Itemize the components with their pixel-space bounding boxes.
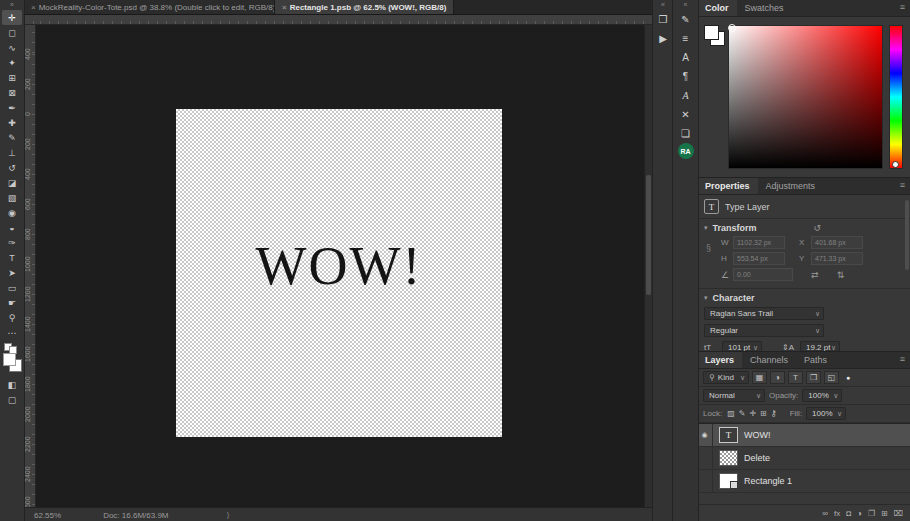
healing-brush-tool[interactable]: ✚ bbox=[2, 115, 22, 130]
document-tab[interactable]: × MockReality-Color-Tote.psd @ 38.8% (Do… bbox=[24, 0, 275, 14]
lock-image-pixels-icon[interactable]: ✎ bbox=[738, 409, 747, 418]
glyphs-panel-icon[interactable]: A bbox=[677, 86, 695, 104]
hand-tool[interactable]: ☛ bbox=[2, 295, 22, 310]
gradient-tool[interactable]: ▧ bbox=[2, 190, 22, 205]
width-field[interactable]: 1102.32 px bbox=[733, 236, 785, 249]
canvas-text-layer[interactable]: WOW! bbox=[256, 235, 423, 297]
panel-tab[interactable]: Color bbox=[697, 0, 737, 16]
panel-menu-icon[interactable]: ≡ bbox=[900, 2, 905, 12]
panel-menu-icon[interactable]: ≡ bbox=[900, 354, 905, 364]
font-size-dropdown[interactable]: 101 pt bbox=[722, 341, 762, 352]
libraries-panel-icon[interactable]: ❏ bbox=[677, 124, 695, 142]
fill-dropdown[interactable]: 100% bbox=[806, 407, 846, 420]
eyedropper-tool[interactable]: ✒ bbox=[2, 100, 22, 115]
panel-tab[interactable]: Channels bbox=[742, 352, 796, 368]
screen-mode-button[interactable]: ▢ bbox=[2, 392, 22, 407]
tool-presets-panel-icon[interactable]: ✕ bbox=[677, 105, 695, 123]
lasso-tool[interactable]: ∿ bbox=[2, 40, 22, 55]
Delete[interactable]: ◉ Delete bbox=[697, 447, 910, 470]
frame-tool[interactable]: ⊠ bbox=[2, 85, 22, 100]
path-select-tool[interactable]: ➤ bbox=[2, 265, 22, 280]
crop-tool[interactable]: ⊞ bbox=[2, 70, 22, 85]
panel-tab[interactable]: Paths bbox=[796, 352, 835, 368]
marquee-tool[interactable]: ◻ bbox=[2, 25, 22, 40]
scrollbar-thumb[interactable] bbox=[646, 175, 651, 295]
new-layer-icon[interactable]: ⊞ bbox=[880, 509, 889, 518]
collapse-strip-icon[interactable]: « bbox=[653, 0, 673, 9]
panel-tab[interactable]: Layers bbox=[697, 352, 742, 368]
filter-adjustment-layers-icon[interactable]: ◑ bbox=[770, 371, 785, 384]
quick-mask-mode-button[interactable]: ◧ bbox=[2, 377, 22, 392]
canvas-pasteboard[interactable]: WOW! bbox=[36, 25, 652, 507]
clone-stamp-tool[interactable]: ⊥ bbox=[2, 145, 22, 160]
font-family-dropdown[interactable]: Raglan Sans Trail bbox=[704, 307, 824, 320]
filter-type-layers-icon[interactable]: T bbox=[788, 371, 803, 384]
blur-tool[interactable]: ◉ bbox=[2, 205, 22, 220]
height-field[interactable]: 553.54 px bbox=[733, 252, 785, 265]
brush-tool[interactable]: ✎ bbox=[2, 130, 22, 145]
lock-position-icon[interactable]: ✛ bbox=[748, 409, 757, 418]
clone-source-panel-icon[interactable]: ≡ bbox=[677, 29, 695, 47]
WOW![interactable]: ◉ T WOW! bbox=[697, 424, 910, 447]
reset-transform-icon[interactable]: ↺ bbox=[814, 223, 822, 233]
document-canvas[interactable]: WOW! bbox=[176, 109, 502, 437]
close-tab-icon[interactable]: × bbox=[31, 3, 36, 12]
visibility-cell[interactable]: ◉ bbox=[697, 447, 713, 469]
filter-pixel-layers-icon[interactable]: ▦ bbox=[752, 371, 767, 384]
collapse-toolbar-icon[interactable]: » bbox=[0, 0, 24, 10]
blend-mode-dropdown[interactable]: Normal bbox=[703, 389, 765, 402]
filter-shape-layers-icon[interactable]: ❒ bbox=[806, 371, 821, 384]
layer-thumbnail[interactable] bbox=[719, 473, 738, 489]
pen-tool[interactable]: ✑ bbox=[2, 235, 22, 250]
history-panel-icon[interactable]: ❐ bbox=[654, 10, 672, 28]
color-picker-handle[interactable] bbox=[728, 24, 736, 32]
Rectangle 1[interactable]: ◉ Rectangle 1 bbox=[697, 470, 910, 493]
layer-group-icon[interactable]: ❐ bbox=[867, 509, 876, 518]
object-selection-tool[interactable]: ✦ bbox=[2, 55, 22, 70]
move-tool[interactable]: ✛ bbox=[2, 10, 22, 25]
filter-smart-objects-icon[interactable]: ◱ bbox=[824, 371, 839, 384]
chevron-down-icon[interactable]: ▾ bbox=[704, 294, 708, 302]
status-menu-arrow-icon[interactable]: ⟩ bbox=[227, 511, 230, 520]
panel-tab[interactable]: Properties bbox=[697, 178, 758, 194]
rotation-field[interactable]: 0.00 bbox=[733, 268, 793, 281]
layer-mask-icon[interactable]: ◘ bbox=[845, 509, 852, 518]
dodge-tool[interactable]: ◒ bbox=[2, 220, 22, 235]
paragraph-panel-icon[interactable]: ¶ bbox=[677, 67, 695, 85]
leading-dropdown[interactable]: 19.2 pt bbox=[800, 341, 840, 352]
foreground-color-swatch[interactable] bbox=[3, 353, 16, 366]
panel-tab[interactable]: Adjustments bbox=[758, 178, 824, 194]
shape-tool[interactable]: ▭ bbox=[2, 280, 22, 295]
filter-kind-dropdown[interactable]: ⚲ Kind bbox=[703, 371, 749, 384]
ra-badge[interactable]: RA bbox=[678, 143, 694, 159]
zoom-level-field[interactable]: 62.55% bbox=[34, 511, 61, 520]
layer-thumbnail[interactable] bbox=[719, 450, 738, 466]
lock-artboard-icon[interactable]: ⊞ bbox=[759, 409, 768, 418]
visibility-cell[interactable]: ◉ bbox=[697, 470, 713, 492]
lock-transparent-pixels-icon[interactable]: ▨ bbox=[726, 409, 736, 418]
collapse-strip-icon[interactable]: « bbox=[673, 0, 698, 9]
eraser-tool[interactable]: ◪ bbox=[2, 175, 22, 190]
canvas-vertical-scrollbar[interactable] bbox=[644, 25, 652, 507]
panel-scrollbar[interactable] bbox=[905, 200, 909, 270]
y-position-field[interactable]: 471.33 px bbox=[811, 252, 863, 265]
type-tool[interactable]: T bbox=[2, 250, 22, 265]
chevron-down-icon[interactable]: ▾ bbox=[704, 224, 708, 232]
character-panel-icon[interactable]: A bbox=[677, 48, 695, 66]
font-style-dropdown[interactable]: Regular bbox=[704, 324, 824, 337]
filter-toggle-icon[interactable]: ● bbox=[846, 374, 850, 381]
edit-toolbar-icon[interactable]: ⋯ bbox=[2, 325, 22, 340]
opacity-dropdown[interactable]: 100% bbox=[802, 389, 842, 402]
visibility-cell[interactable]: ◉ bbox=[697, 424, 713, 446]
panel-menu-icon[interactable]: ≡ bbox=[900, 180, 905, 190]
layer-thumbnail[interactable]: T bbox=[719, 427, 738, 443]
link-dimensions-icon[interactable]: § bbox=[706, 243, 711, 253]
flip-horizontal-icon[interactable]: ⇄ bbox=[811, 270, 819, 280]
panel-tab[interactable]: Swatches bbox=[737, 0, 792, 16]
hue-slider-handle[interactable] bbox=[892, 161, 899, 168]
delete-layer-icon[interactable]: ⌧ bbox=[893, 509, 904, 518]
hue-slider[interactable] bbox=[889, 25, 903, 169]
layer-style-icon[interactable]: fx bbox=[833, 509, 841, 518]
zoom-tool[interactable]: ⚲ bbox=[2, 310, 22, 325]
brush-settings-panel-icon[interactable]: ✎ bbox=[677, 10, 695, 28]
